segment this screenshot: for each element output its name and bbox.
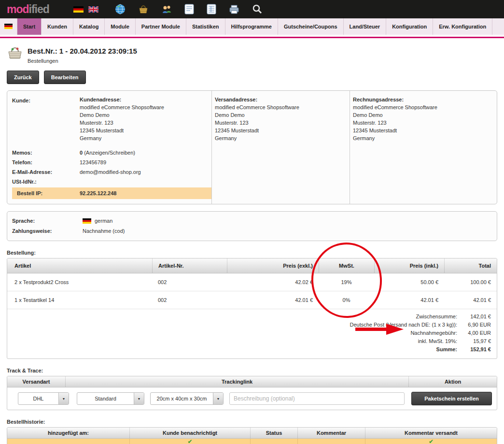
german-flag-icon — [4, 24, 13, 30]
check-icon: ✔ — [187, 439, 192, 444]
create-shipping-label-button[interactable]: Paketschein erstellen — [411, 392, 492, 405]
address-line: modified eCommerce Shopsoftware — [353, 103, 494, 111]
track-table-header: Versandart Trackinglink Aktion — [7, 376, 497, 387]
print-icon[interactable] — [229, 4, 239, 14]
history-table: hinzugefügt am: Kunde benachrichtigt Sta… — [7, 427, 497, 444]
cell-artikel: 2 x Testprodukt2 Cross — [7, 273, 152, 291]
order-table-header: Artikel Artikel-Nr. Preis (exkl.) MwSt. … — [7, 258, 497, 273]
address-line: Germany — [80, 134, 164, 142]
col-trackinglink: Trackinglink — [65, 376, 408, 387]
customer-info-box: Kunde: Kundenadresse: modified eCommerce… — [7, 90, 497, 204]
history-date-cell — [7, 439, 129, 444]
versandadresse-title: Versandadresse: — [215, 96, 347, 103]
app-logo: modified — [7, 0, 49, 18]
cell-preis-exkl: 42.02 € — [227, 273, 319, 291]
german-flag-icon[interactable] — [73, 6, 84, 13]
col-total: Total — [444, 258, 497, 273]
order-section-title: Bestellung: — [7, 250, 497, 256]
ustid-row: USt-IdNr.: — [12, 177, 211, 186]
cell-mwst: 0% — [319, 291, 374, 309]
package-size-select[interactable]: 20cm x 40cm x 30cm ▼ — [150, 392, 224, 405]
history-section-title: Bestellhistorie: — [7, 419, 497, 425]
customers-icon[interactable] — [161, 4, 172, 14]
cell-artikel-nr: 002 — [152, 291, 227, 309]
service-select[interactable]: Standard ▼ — [77, 392, 144, 405]
total-label: Deutsche Post (Versand nach DE: (1 x 3 k… — [350, 321, 457, 329]
address-line: Musterstr. 123 — [80, 119, 164, 127]
edit-button[interactable]: Bearbeiten — [44, 71, 86, 84]
shop-globe-icon[interactable] — [115, 4, 126, 14]
tab-module[interactable]: Module — [105, 18, 136, 35]
address-line: Musterstr. 123 — [215, 119, 347, 127]
invoices-icon[interactable] — [207, 4, 216, 14]
cell-preis-inkl: 50.00 € — [374, 273, 444, 291]
tab-konfiguration[interactable]: Konfiguration — [386, 18, 433, 35]
chevron-down-icon: ▼ — [213, 393, 223, 404]
bestell-ip-value: 92.225.122.248 — [80, 188, 116, 198]
total-line-zwischensumme: Zwischensumme: 142,01 € — [13, 313, 491, 321]
tab-land-steuer[interactable]: Land/Steuer — [344, 18, 387, 35]
cell-total: 100.00 € — [444, 273, 497, 291]
cell-mwst: 19% — [319, 273, 374, 291]
tab-partner-module[interactable]: Partner Module — [136, 18, 186, 35]
shipping-address-column: Versandadresse: modified eCommerce Shops… — [212, 91, 350, 204]
tab-hilfsprogramme[interactable]: Hilfsprogramme — [225, 18, 278, 35]
language-switcher — [73, 6, 98, 13]
history-notified-cell: ✔ — [129, 439, 250, 444]
order-totals: Zwischensumme: 142,01 € Deutsche Post (V… — [7, 309, 497, 358]
tab-statistiken[interactable]: Statistiken — [186, 18, 225, 35]
memos-value: 0 (Anzeigen/Schreiben) — [80, 148, 135, 158]
history-status-cell — [250, 439, 297, 444]
col-status: Status — [250, 428, 297, 438]
carrier-select-value: DHL — [18, 393, 58, 404]
back-button[interactable]: Zurück — [7, 71, 39, 84]
topbar: modified — [0, 0, 504, 18]
memos-note[interactable]: (Anzeigen/Schreiben) — [84, 150, 135, 156]
total-label: inkl. MwSt. 19%: — [418, 337, 457, 345]
orders-basket-icon[interactable] — [138, 4, 149, 14]
col-aktion: Aktion — [408, 376, 497, 387]
address-line: Demo Demo — [215, 111, 347, 119]
tab-katalog[interactable]: Katalog — [73, 18, 105, 35]
billing-address-column: Rechnungsadresse: modified eCommerce Sho… — [350, 91, 497, 204]
language-payment-box: Sprache: german Zahlungsweise: Nachnahme… — [7, 211, 497, 241]
address-line: 12345 Musterstadt — [80, 127, 164, 134]
ustid-label: USt-IdNr.: — [12, 177, 80, 186]
german-flag-icon — [83, 218, 91, 224]
orders-list-icon[interactable] — [184, 4, 194, 14]
col-kommentar-versandt: Kommentar versandt — [365, 428, 497, 438]
carrier-select[interactable]: DHL ▼ — [18, 392, 69, 405]
history-comment-sent-cell: ✔ — [365, 439, 497, 444]
cell-preis-exkl: 42.01 € — [227, 291, 319, 309]
main-content: Best.Nr.: 1 - 20.04.2012 23:09:15 Bestel… — [0, 38, 504, 444]
cell-artikel: 1 x Testartikel 14 — [7, 291, 152, 309]
search-icon[interactable] — [252, 4, 263, 14]
history-table-header: hinzugefügt am: Kunde benachrichtigt Sta… — [7, 428, 497, 439]
check-icon: ✔ — [429, 439, 434, 444]
total-value: 4,00 EUR — [457, 329, 491, 337]
email-row: E-Mail-Adresse: demo@modified-shop.org — [12, 167, 211, 177]
tab-erw-konfiguration[interactable]: Erw. Konfiguration — [433, 18, 492, 35]
action-buttons: Zurück Bearbeiten — [7, 71, 497, 84]
nav-shop-flag[interactable] — [0, 18, 17, 35]
telefon-value: 123456789 — [80, 158, 106, 167]
address-line: Demo Demo — [80, 111, 164, 119]
col-preis-inkl: Preis (inkl.) — [374, 258, 444, 273]
tab-gutscheine-coupons[interactable]: Gutscheine/Coupons — [278, 18, 344, 35]
tab-start[interactable]: Start — [17, 18, 42, 35]
track-row: DHL ▼ Standard ▼ 20cm x 40cm x 30cm ▼ Pa… — [7, 387, 497, 410]
chevron-down-icon: ▼ — [58, 393, 69, 404]
total-value: 6,90 EUR — [457, 321, 491, 329]
customer-row: Kunde: Kundenadresse: modified eCommerce… — [12, 96, 211, 142]
uk-flag-icon[interactable] — [88, 6, 98, 13]
zahlungsweise-label: Zahlungsweise: — [12, 226, 83, 236]
total-line-summe: Summe: 152,91 € — [13, 345, 491, 354]
total-line-mwst: inkl. MwSt. 19%: 15,97 € — [13, 337, 491, 345]
tab-kunden[interactable]: Kunden — [42, 18, 73, 35]
package-size-select-value: 20cm x 40cm x 30cm — [151, 393, 213, 404]
bestell-ip-label: Bestell IP: — [12, 188, 80, 198]
order-row: 1 x Testartikel 14 002 42.01 € 0% 42.01 … — [7, 291, 497, 309]
telefon-row: Telefon: 123456789 — [12, 158, 211, 167]
description-input[interactable] — [229, 392, 405, 405]
total-value: 142,01 € — [457, 313, 491, 321]
